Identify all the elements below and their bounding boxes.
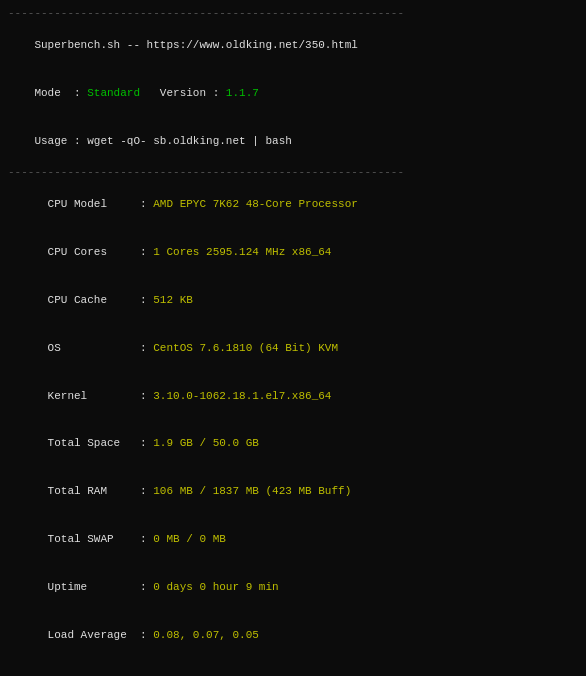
sys-ram: Total RAM : 106 MB / 1837 MB (423 MB Buf…	[8, 468, 578, 516]
divider-1: ----------------------------------------…	[8, 165, 578, 181]
sys-cpu-model: CPU Model : AMD EPYC 7K62 48-Core Proces…	[8, 181, 578, 229]
system-info: CPU Model : AMD EPYC 7K62 48-Core Proces…	[8, 181, 578, 676]
sys-swap: Total SWAP : 0 MB / 0 MB	[8, 516, 578, 564]
sys-cpu-cache: CPU Cache : 512 KB	[8, 277, 578, 325]
sys-space: Total Space : 1.9 GB / 50.0 GB	[8, 420, 578, 468]
sys-uptime: Uptime : 0 days 0 hour 9 min	[8, 564, 578, 612]
sys-os: OS : CentOS 7.6.1810 (64 Bit) KVM	[8, 325, 578, 373]
header-usage: Usage : wget -qO- sb.oldking.net | bash	[8, 118, 578, 166]
terminal: ----------------------------------------…	[8, 6, 578, 676]
divider-top: ----------------------------------------…	[8, 6, 578, 22]
sys-tcp: TCP CC : cubic	[8, 659, 578, 676]
sys-load: Load Average : 0.08, 0.07, 0.05	[8, 612, 578, 660]
header-mode: Mode : Standard Version : 1.1.7	[8, 70, 578, 118]
sys-cpu-cores: CPU Cores : 1 Cores 2595.124 MHz x86_64	[8, 229, 578, 277]
header-title: Superbench.sh -- https://www.oldking.net…	[8, 22, 578, 70]
sys-kernel: Kernel : 3.10.0-1062.18.1.el7.x86_64	[8, 373, 578, 421]
